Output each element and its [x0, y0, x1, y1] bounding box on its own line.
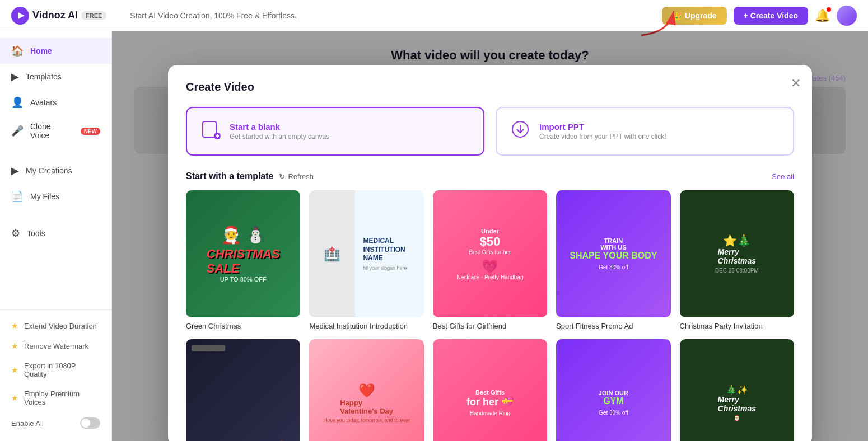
refresh-button[interactable]: ↻ Refresh: [279, 172, 314, 181]
fitness-discount: Get 30% off: [599, 410, 628, 416]
medical-title: MEDICAL INSTITUTION NAME: [363, 237, 418, 263]
template-card-medical[interactable]: 🏥 MEDICAL INSTITUTION NAME fill your slo…: [309, 190, 423, 330]
sidebar-item-label: My Creations: [26, 166, 72, 175]
template-card-fitness2[interactable]: JOIN OUR GYM Get 30% off Sport Fitness P…: [556, 339, 670, 441]
modal-close-button[interactable]: ✕: [791, 76, 801, 91]
export-1080p-label: Export in 1080P Quality: [24, 362, 100, 378]
fitness-title-train: TRAIN: [604, 237, 623, 244]
modal-title: Create Video: [186, 81, 794, 93]
sidebar-item-avatars[interactable]: 👤 Avatars: [0, 90, 111, 115]
merry-title2: MerryChristmas: [718, 395, 756, 413]
star-icon: ★: [11, 321, 18, 330]
sidebar-item-clone-voice[interactable]: 🎤 Clone Voice NEW: [0, 115, 111, 147]
template-name-medical: Medical Institution Introduction: [309, 322, 423, 330]
app-name: Vidnoz AI: [32, 10, 78, 21]
valentine-card-visual: ❤️ HappyValentine's Day I love you today…: [309, 339, 423, 441]
company-logo-placeholder: [192, 345, 225, 351]
man-emoji: 🧑‍🎄: [221, 225, 241, 245]
template-card-gifts[interactable]: Under $50 Best Gifts for her 💗 Necklace …: [433, 190, 547, 330]
gifts-sub: Best Gifts for her: [469, 249, 511, 255]
star-icon: ★: [11, 365, 18, 374]
logo-icon: [11, 7, 29, 25]
create-video-button[interactable]: + Create Video: [734, 7, 808, 25]
fitness-title2: JOIN OUR: [599, 390, 628, 396]
medical-card-visual: 🏥 MEDICAL INSTITUTION NAME fill your slo…: [309, 190, 423, 317]
create-label: + Create Video: [744, 11, 798, 20]
template-card-merry-christmas[interactable]: ⭐🎄 MerryChristmas DEC 25 08:00PM Christm…: [680, 190, 794, 330]
sidebar-item-extend-video[interactable]: ★ Extend Video Duration: [0, 316, 111, 336]
welcome-card-visual: Welcometo our team 🧑‍💼 ➜: [186, 339, 300, 441]
template-card-welcome[interactable]: Welcometo our team 🧑‍💼 ➜ Welcome to the …: [186, 339, 300, 441]
create-options: Start a blank Get started with an empty …: [186, 107, 794, 156]
fitness-gym: GYM: [603, 396, 623, 406]
sidebar-bottom: ★ Extend Video Duration ★ Remove Waterma…: [0, 309, 111, 434]
template-card-fitness[interactable]: TRAIN WITH US SHAPE YOUR BODY Get 30% of…: [556, 190, 670, 330]
template-card-christmas[interactable]: 🧑‍🎄 ⛄ CHRISTMASSALE UP TO 80% OFF Green …: [186, 190, 300, 330]
template-thumb-medical: 🏥 MEDICAL INSTITUTION NAME fill your slo…: [309, 190, 423, 317]
see-all-button[interactable]: See all: [772, 172, 794, 181]
my-files-icon: 📄: [11, 190, 24, 203]
enable-all-toggle[interactable]: [80, 417, 100, 429]
christmas-sale-text: CHRISTMASSALE: [207, 247, 280, 276]
enable-all-label: Enable All: [11, 419, 44, 428]
ppt-option-title: Import PPT: [539, 122, 666, 132]
user-avatar[interactable]: [837, 6, 857, 26]
refresh-label: Refresh: [288, 172, 314, 181]
heart-icon: ❤️: [358, 383, 375, 398]
star-icon: ★: [11, 341, 18, 350]
fitness-card-visual: TRAIN WITH US SHAPE YOUR BODY Get 30% of…: [556, 190, 670, 317]
template-thumb-fitness2: JOIN OUR GYM Get 30% off: [556, 339, 670, 441]
notification-dot: [827, 7, 831, 12]
sidebar-item-tools[interactable]: ⚙ Tools: [0, 221, 111, 246]
party-info: DEC 25 08:00PM: [715, 268, 759, 274]
template-card-christmas-party2[interactable]: 🎄✨ MerryChristmas 🎅 Christmas Party Invi…: [680, 339, 794, 441]
valentine-title: HappyValentine's Day: [340, 398, 393, 415]
gifts-title: Under: [481, 228, 499, 234]
template-grid: 🧑‍🎄 ⛄ CHRISTMASSALE UP TO 80% OFF Green …: [186, 190, 794, 441]
template-thumb-gifts2: Best Gifts for her 💝 Handmade Ring: [433, 339, 547, 441]
import-ppt-icon: [510, 119, 530, 143]
merry-card-visual2: 🎄✨ MerryChristmas 🎅: [680, 339, 794, 441]
sidebar-item-templates[interactable]: ▶ Templates: [0, 64, 111, 90]
template-card-gifts2[interactable]: Best Gifts for her 💝 Handmade Ring Best …: [433, 339, 547, 441]
blank-option-text: Start a blank Get started with an empty …: [230, 122, 329, 140]
home-icon: 🏠: [11, 45, 24, 57]
upgrade-label: Upgrade: [685, 11, 717, 20]
fitness-title-with-us: WITH US: [600, 244, 626, 251]
template-name-gifts: Best Gifts for Girlfriend: [433, 322, 547, 330]
merry-card-visual: ⭐🎄 MerryChristmas DEC 25 08:00PM: [680, 190, 794, 317]
fitness-card-visual2: JOIN OUR GYM Get 30% off: [556, 339, 670, 441]
sidebar-item-home[interactable]: 🏠 Home: [0, 38, 111, 64]
topbar: Vidnoz AI FREE Start AI Video Creation, …: [0, 0, 868, 31]
fitness-promo: Get 30% off: [599, 264, 628, 270]
enable-all-row: Enable All: [0, 412, 111, 434]
template-thumb-christmas: 🧑‍🎄 ⛄ CHRISTMASSALE UP TO 80% OFF: [186, 190, 300, 317]
sidebar-item-premium-voices[interactable]: ★ Employ Premium Voices: [0, 384, 111, 412]
heart-emoji: 💗: [482, 259, 498, 274]
start-blank-option[interactable]: Start a blank Get started with an empty …: [186, 107, 484, 156]
svg-rect-3: [203, 121, 216, 137]
gifts-card-visual: Under $50 Best Gifts for her 💗 Necklace …: [433, 190, 547, 317]
template-card-valentine[interactable]: ❤️ HappyValentine's Day I love you today…: [309, 339, 423, 441]
upgrade-button[interactable]: 👑 Upgrade: [662, 7, 727, 25]
sidebar-item-my-creations[interactable]: ▶ My Creations: [0, 158, 111, 184]
template-thumb-merry: ⭐🎄 MerryChristmas DEC 25 08:00PM: [680, 190, 794, 317]
import-ppt-option[interactable]: Import PPT Create video from your PPT wi…: [496, 107, 794, 156]
sidebar-item-export-1080p[interactable]: ★ Export in 1080P Quality: [0, 356, 111, 384]
tree-emoji: 🎄✨: [726, 384, 748, 395]
my-creations-icon: ▶: [11, 165, 19, 177]
modal-overlay: Create Video ✕: [112, 31, 868, 441]
content-area: What video will you create today? see al…: [112, 31, 868, 441]
christmas-card-visual: 🧑‍🎄 ⛄ CHRISTMASSALE UP TO 80% OFF: [186, 190, 300, 317]
gifts-card-visual2: Best Gifts for her 💝 Handmade Ring: [433, 339, 547, 441]
star-decoration: ⭐🎄: [723, 234, 751, 247]
gifts-items: Necklace · Pretty Handbag: [457, 274, 524, 280]
fitness-sub: SHAPE YOUR BODY: [570, 251, 657, 261]
sidebar-item-remove-watermark[interactable]: ★ Remove Watermark: [0, 336, 111, 356]
tools-icon: ⚙: [11, 227, 20, 240]
extend-video-label: Extend Video Duration: [24, 322, 97, 330]
sidebar-item-my-files[interactable]: 📄 My Files: [0, 184, 111, 209]
premium-voices-label: Employ Premium Voices: [24, 390, 100, 406]
logo: Vidnoz AI FREE: [11, 7, 106, 25]
notification-bell[interactable]: 🔔: [815, 8, 830, 23]
